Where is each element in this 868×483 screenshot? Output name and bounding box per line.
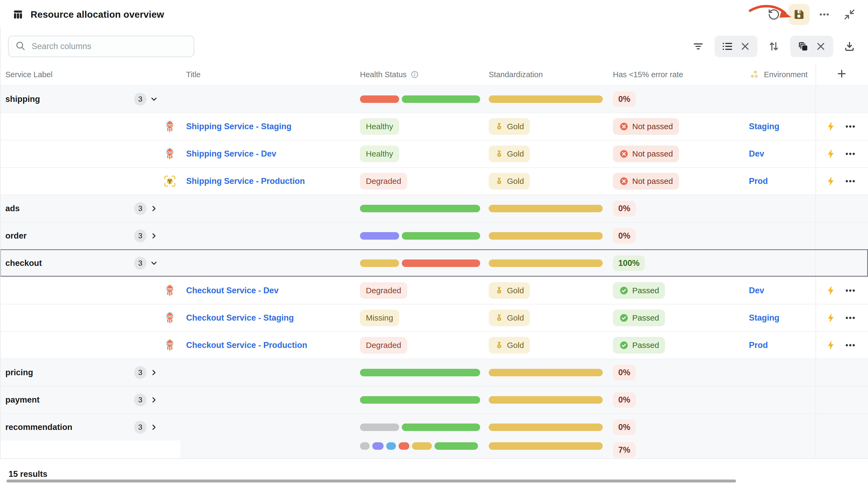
standardization-cell: Gold [483,332,606,359]
error-rate-check-chip-label: Not passed [632,176,673,186]
horizontal-scrollbar[interactable] [6,480,736,482]
search-columns-box[interactable] [8,36,194,57]
squid-icon [163,120,177,133]
row-menu-button[interactable] [844,285,856,296]
collapse-button[interactable] [839,4,860,25]
health-status-chip: Healthy [360,146,399,162]
environment-link[interactable]: Prod [749,176,768,186]
green-segment [360,369,480,376]
error-rate-check-chip-label: Not passed [632,122,673,131]
actions-cell-empty [815,86,868,112]
environment-link[interactable]: Dev [749,286,764,295]
standardization-tier-chip-label: Gold [507,176,524,186]
quick-action-button[interactable] [826,313,836,323]
close-icon[interactable] [740,41,750,52]
row-actions-cell [815,332,868,359]
service-title-link[interactable]: Shipping Service - Production [186,176,305,186]
standardization [483,359,606,386]
title-cell-empty [180,359,354,386]
add-column-button[interactable] [815,68,868,82]
row-menu-button[interactable] [844,148,856,160]
environment-link[interactable]: Staging [749,122,779,131]
bolt-icon [826,176,836,187]
chevron-right-icon[interactable] [150,396,158,404]
green-segment [402,423,480,431]
group-row-order[interactable]: order30% [0,222,868,249]
service-title-link[interactable]: Shipping Service - Dev [186,149,276,159]
column-header-title[interactable]: Title [180,70,354,79]
error-rate-check-chip-label: Not passed [632,149,673,158]
search-icon [15,40,26,52]
group-row-recommendation[interactable]: recommendation30% [0,413,868,441]
standardization [483,441,606,458]
service-icon-cell [0,304,180,331]
standardization-tier-chip-label: Gold [507,286,524,295]
close-icon[interactable] [815,41,826,52]
error-rate-cell: Not passed [606,168,743,195]
page-title: Resource allocation overview [31,9,164,20]
column-header-health-status[interactable]: Health Status [354,70,483,79]
group-row-pricing[interactable]: pricing30% [0,359,868,386]
column-header-service-label[interactable]: Service Label [0,70,180,79]
service-title-link[interactable]: Checkout Service - Staging [186,313,294,323]
medal-icon [495,313,504,322]
standardization-tier-chip-label: Gold [507,149,524,158]
quick-action-button[interactable] [826,176,836,187]
quick-action-button[interactable] [826,121,836,132]
title-cell-empty [180,86,354,112]
environment-link[interactable]: Prod [749,341,768,350]
group-row-checkout[interactable]: checkout3100% [0,249,868,277]
red-segment [399,442,409,450]
sort-button[interactable] [765,37,783,55]
group-row-ads[interactable]: ads30% [0,195,868,222]
save-button[interactable] [788,4,809,25]
column-header-environment[interactable]: Environment [743,69,815,80]
quick-action-button[interactable] [826,340,836,351]
quick-action-button[interactable] [826,149,836,159]
column-header-error-rate[interactable]: Has <15% error rate [606,70,743,79]
environment-cell-empty [743,359,815,386]
health-status-chip: Degraded [360,337,407,354]
service-title-link[interactable]: Checkout Service - Production [186,341,307,350]
filter-button[interactable] [689,37,707,55]
health-status-bar [360,396,480,404]
group-row-shipping[interactable]: shipping30% [0,85,868,112]
chevron-right-icon[interactable] [150,232,158,240]
error-rate-cell: Passed [606,277,743,304]
environment-cell: Dev [743,277,815,304]
dots-h-icon [844,148,856,160]
environment-link[interactable]: Staging [749,313,779,323]
chevron-right-icon[interactable] [150,423,158,431]
topbar-actions [764,4,860,25]
grouping-chip[interactable] [790,36,833,57]
chevron-right-icon[interactable] [150,368,158,377]
chevron-down-icon[interactable] [150,259,158,267]
health-status-cell: Degraded [354,332,483,359]
standardization-tier-chip: Gold [489,337,530,354]
row-menu-button[interactable] [844,312,856,324]
standardization [483,195,606,222]
info-icon[interactable] [410,70,419,79]
group-row-payment[interactable]: payment30% [0,386,868,413]
row-menu-button[interactable] [844,339,856,351]
group-label: ads [5,204,134,213]
more-options-button[interactable] [814,4,835,25]
undo-button[interactable] [764,4,784,25]
gold-segment [489,259,603,267]
row-menu-button[interactable] [844,121,856,132]
health-status-chip: Degraded [360,282,407,299]
error-rate-check-chip: Passed [613,337,665,354]
health-status-bar [360,423,480,431]
view-list-chip[interactable] [715,36,757,57]
column-header-standardization[interactable]: Standardization [483,70,606,79]
environment-link[interactable]: Dev [749,149,764,159]
row-menu-button[interactable] [844,175,856,187]
chevron-down-icon[interactable] [150,95,158,103]
service-title-link[interactable]: Checkout Service - Dev [186,286,279,295]
chevron-right-icon[interactable] [150,204,158,213]
purple-segment [372,442,383,450]
service-title-link[interactable]: Shipping Service - Staging [186,122,291,131]
search-columns-input[interactable] [31,41,191,52]
download-button[interactable] [841,37,858,55]
quick-action-button[interactable] [826,285,836,296]
